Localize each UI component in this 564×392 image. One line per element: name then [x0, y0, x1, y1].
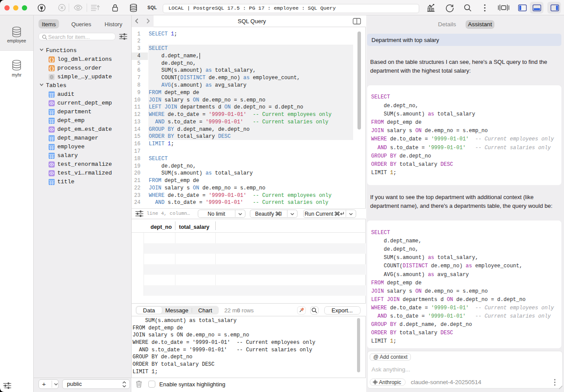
svg-text:{}: {} [49, 58, 54, 63]
svg-text:{}: {} [49, 66, 54, 71]
